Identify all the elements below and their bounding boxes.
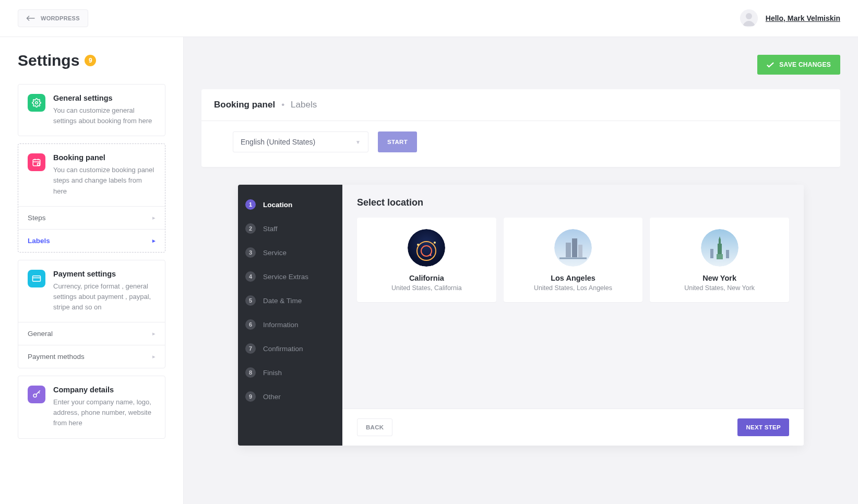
step-finish[interactable]: 8 Finish xyxy=(245,367,335,378)
subitem-label: Payment methods xyxy=(28,353,85,361)
step-number: 3 xyxy=(245,247,256,258)
sidebar-card-general[interactable]: General settings You can customize gener… xyxy=(18,84,165,136)
arrow-left-icon xyxy=(26,15,35,22)
location-name: New York xyxy=(658,274,781,282)
step-label: Service xyxy=(263,249,287,257)
location-name: Los Angeles xyxy=(512,274,635,282)
user-greeting-link[interactable]: Hello, Mark Velmiskin xyxy=(766,14,840,22)
back-button[interactable]: BACK xyxy=(357,418,392,436)
svg-point-12 xyxy=(430,255,432,256)
subitem-payment-methods[interactable]: Payment methods ▸ xyxy=(18,345,165,368)
card-desc-general: You can customize general settings about… xyxy=(53,105,156,126)
wordpress-back-button[interactable]: WORDPRESS xyxy=(18,9,88,27)
subitem-labels[interactable]: Labels ▸ xyxy=(18,229,165,252)
svg-point-4 xyxy=(38,163,40,166)
settings-count-badge: 9 xyxy=(85,55,96,66)
breadcrumb: Booking panel • Labels xyxy=(201,89,840,121)
top-header: WORDPRESS Hello, Mark Velmiskin xyxy=(0,0,858,37)
breadcrumb-b: Labels xyxy=(291,100,317,110)
save-label: SAVE CHANGES xyxy=(779,61,831,68)
location-card-california[interactable]: California United States, California xyxy=(357,218,496,302)
booking-title: Select location xyxy=(342,185,804,218)
credit-card-icon xyxy=(28,270,45,287)
language-select[interactable]: English (United States) ▼ xyxy=(233,131,368,152)
step-date-time[interactable]: 5 Date & Time xyxy=(245,295,335,306)
page-panel: Booking panel • Labels English (United S… xyxy=(201,89,840,167)
location-image xyxy=(554,229,592,267)
location-image xyxy=(408,229,445,267)
language-selected-value: English (United States) xyxy=(241,138,315,146)
avatar[interactable] xyxy=(740,9,758,27)
location-sub: United States, New York xyxy=(658,284,781,292)
svg-point-10 xyxy=(417,244,419,246)
step-location[interactable]: 1 Location xyxy=(245,199,335,210)
main-content: SAVE CHANGES Booking panel • Labels Engl… xyxy=(184,37,858,504)
sidebar-card-company[interactable]: Company details Enter your company name,… xyxy=(18,376,165,438)
wordpress-label: WORDPRESS xyxy=(41,15,80,21)
key-icon xyxy=(28,386,45,403)
breadcrumb-a: Booking panel xyxy=(214,100,275,110)
svg-rect-14 xyxy=(566,243,571,257)
locations-grid: California United States, California Los… xyxy=(342,218,804,302)
card-title-general: General settings xyxy=(53,94,156,102)
location-card-los-angeles[interactable]: Los Angeles United States, Los Angeles xyxy=(504,218,643,302)
step-service-extras[interactable]: 4 Service Extras xyxy=(245,271,335,282)
subitem-label: General xyxy=(28,330,53,338)
booking-body: Select location California United States… xyxy=(342,185,804,446)
booking-footer: BACK NEXT STEP xyxy=(342,409,804,446)
step-number: 8 xyxy=(245,367,256,378)
card-desc-company: Enter your company name, logo, address, … xyxy=(53,397,156,428)
subitem-label: Labels xyxy=(28,237,50,245)
chevron-right-icon: ▸ xyxy=(152,330,156,337)
booking-preview: 1 Location 2 Staff 3 Service 4 Service E… xyxy=(238,185,804,446)
step-label: Confirmation xyxy=(263,345,303,353)
chevron-right-icon: ▸ xyxy=(152,214,156,221)
step-label: Information xyxy=(263,321,299,329)
next-step-button[interactable]: NEXT STEP xyxy=(737,418,789,436)
step-service[interactable]: 3 Service xyxy=(245,247,335,258)
sidebar-card-payment[interactable]: Payment settings Currency, price format … xyxy=(18,260,165,368)
step-number: 9 xyxy=(245,391,256,402)
step-number: 2 xyxy=(245,223,256,234)
settings-sidebar: Settings 9 General settings You can cust… xyxy=(0,37,184,504)
step-number: 5 xyxy=(245,295,256,306)
save-button[interactable]: SAVE CHANGES xyxy=(757,55,840,75)
step-information[interactable]: 6 Information xyxy=(245,319,335,330)
subitem-label: Steps xyxy=(28,214,46,222)
gear-icon xyxy=(28,94,45,112)
card-desc-payment: Currency, price format , general setting… xyxy=(53,281,156,313)
svg-rect-5 xyxy=(33,275,41,281)
step-confirmation[interactable]: 7 Confirmation xyxy=(245,343,335,354)
calendar-icon xyxy=(28,153,45,171)
svg-point-2 xyxy=(35,102,38,104)
step-label: Location xyxy=(263,201,292,209)
start-button[interactable]: START xyxy=(378,131,417,152)
location-image xyxy=(701,229,738,267)
chevron-down-icon: ▼ xyxy=(355,139,361,145)
page-title: Settings xyxy=(18,52,79,69)
subitem-steps[interactable]: Steps ▸ xyxy=(18,207,165,229)
location-card-new-york[interactable]: New York United States, New York xyxy=(650,218,789,302)
step-other[interactable]: 9 Other xyxy=(245,391,335,402)
step-label: Finish xyxy=(263,369,282,377)
svg-point-11 xyxy=(434,242,436,244)
card-title-company: Company details xyxy=(53,386,156,394)
breadcrumb-sep: • xyxy=(281,100,284,110)
step-number: 4 xyxy=(245,271,256,282)
sidebar-card-booking-panel[interactable]: Booking panel You can customize booking … xyxy=(18,143,165,252)
step-number: 7 xyxy=(245,343,256,354)
step-staff[interactable]: 2 Staff xyxy=(245,223,335,234)
step-label: Other xyxy=(263,393,281,401)
svg-point-7 xyxy=(408,229,445,267)
chevron-right-icon: ▸ xyxy=(152,353,156,360)
location-sub: United States, Los Angeles xyxy=(512,284,635,292)
chevron-right-icon: ▸ xyxy=(152,237,156,244)
card-title-booking: Booking panel xyxy=(53,153,156,162)
subitem-payment-general[interactable]: General ▸ xyxy=(18,322,165,345)
check-icon xyxy=(767,62,774,68)
svg-rect-16 xyxy=(578,245,582,257)
card-desc-booking: You can customize booking panel steps an… xyxy=(53,165,156,196)
user-area: Hello, Mark Velmiskin xyxy=(740,9,840,27)
step-number: 6 xyxy=(245,319,256,330)
svg-point-1 xyxy=(746,13,752,19)
